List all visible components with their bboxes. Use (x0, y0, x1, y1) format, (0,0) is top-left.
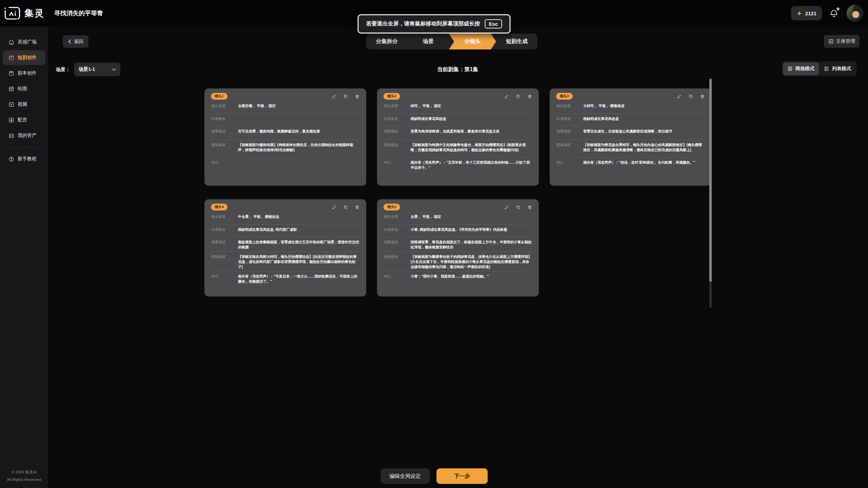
sidebar-item-assets[interactable]: 我的资产 (3, 128, 45, 143)
subject-management-button[interactable]: 主体管理 (824, 35, 860, 48)
sidebar-item-script[interactable]: 剧本创作 (3, 66, 45, 81)
sidebar-item-label: 视频 (18, 101, 27, 107)
sidebar-item-voiceover[interactable]: 配音 (3, 113, 45, 127)
step-generate[interactable]: 短剧生成 (496, 34, 537, 49)
edit-icon[interactable] (332, 205, 336, 209)
copyright: © 2026 集灵AI All Rights Reserved (0, 469, 48, 483)
sidebar-item-video[interactable]: 视频 (3, 97, 45, 112)
step-episode-split[interactable]: 分集拆分 (366, 34, 408, 49)
field-label: 画面描述 (384, 142, 411, 156)
next-step-button[interactable]: 下一步 (436, 468, 488, 484)
copyright-line2: All Rights Reserved (0, 476, 48, 483)
esc-key-badge: Esc (485, 19, 502, 28)
field-frame-description: 画面描述 【首帧画面为整体纯黑】[持续保持全黑状态，先传出混响拉长的瓷器碎裂声，… (211, 140, 360, 158)
step-scene[interactable]: 场景 (408, 34, 449, 49)
delete-icon[interactable] (700, 94, 705, 99)
shot-badge: 镜头5 (383, 204, 400, 210)
copy-icon[interactable] (516, 94, 520, 99)
assets-icon (8, 133, 14, 139)
shot-card-actions (332, 94, 359, 99)
fullscreen-exit-toast: 若要退出全屏，请将鼠标移动到屏幕顶部或长按 Esc (358, 14, 511, 34)
edit-icon[interactable] (505, 205, 509, 209)
field-value: 小青, 残缺明成化青花凤纹盘, 《寻找消失的平等青》作品标题 (411, 227, 533, 235)
step-storyboard[interactable]: 分镜头 (449, 34, 496, 49)
edit-global-settings-button[interactable]: 编辑全局设定 (380, 468, 430, 484)
sidebar-item-label: 绘图 (18, 86, 27, 92)
sidebar-item-drawing[interactable]: 绘图 (3, 81, 45, 96)
shot-grid: 镜头1 镜头设置 全黑空镜， 平视， 固定 出境角色 场景描述 (204, 88, 711, 297)
field-label: 出境角色 (211, 116, 238, 124)
workflow-stepper: 分集拆分 场景 分镜头 短剧生成 (366, 34, 537, 49)
copyright-line1: © 2026 集灵AI (0, 469, 48, 476)
edit-icon[interactable] (332, 94, 336, 99)
sidebar-divider (6, 147, 42, 147)
delete-icon[interactable] (355, 205, 359, 209)
view-mode-toggle: 网格模式 列表模式 (782, 61, 856, 76)
sidebar-item-short-drama[interactable]: 短剧创作 (3, 50, 45, 65)
field-label: 镜头设置 (384, 214, 411, 223)
copy-icon[interactable] (343, 94, 348, 99)
field-value: 全景， 平视， 固定 (411, 214, 533, 223)
chevron-down-icon (112, 68, 116, 71)
sidebar-item-label: 新手教程 (18, 156, 37, 162)
logo-icon (3, 6, 22, 21)
field-dialogue: 对白 小青："我叫小青。我是那道……被遗忘的笔触。" (384, 271, 533, 297)
field-shot-settings: 镜头设置 全黑空镜， 平视， 固定 (211, 101, 360, 114)
field-value: 画外音（苍老男声）："他说，这叫'双钩填色'。先勾轮廓，再填颜色。" (583, 160, 705, 184)
app-logo[interactable]: 集灵 (3, 6, 45, 21)
script-book-icon (8, 70, 14, 76)
delete-icon[interactable] (355, 94, 359, 99)
field-value: 小青："我叫小青。我是那道……被遗忘的笔触。" (411, 274, 533, 295)
sidebar-item-tutorial[interactable]: 新手教程 (3, 151, 45, 166)
field-characters: 出境角色 残缺明成化青花凤纹盘 (384, 114, 533, 126)
bottom-actions: 编辑全局设定 下一步 (380, 468, 488, 484)
field-value: 画外音（苍老男声）："五百年前，有个工匠把我画出来的时候……只给了我半边身子。" (411, 160, 533, 184)
shot-badge: 镜头4 (211, 204, 228, 210)
credits-pill[interactable]: 2121 (791, 6, 822, 20)
field-shot-settings: 镜头设置 全景， 平视， 固定 (384, 212, 533, 225)
field-frame-description: 画面描述 【首帧画面为飘着青色粒子的残缺青花盘，淡青色片名从画面上方缓缓浮现】[… (384, 252, 533, 271)
field-shot-settings: 镜头设置 中全景， 平视， 缓慢拉远 (211, 212, 360, 225)
field-label: 画面描述 (211, 142, 238, 156)
copy-icon[interactable] (343, 205, 348, 209)
field-dialogue: 对白 画外音（苍老男声）："五百年前，有个工匠把我画出来的时候……只给了我半边身… (384, 158, 533, 186)
delete-icon[interactable] (528, 205, 532, 209)
field-value: 全黑空镜， 平视， 固定 (238, 103, 360, 112)
sparkle-icon (796, 11, 802, 16)
scrollbar-thumb[interactable] (709, 79, 712, 282)
field-characters: 出境角色 残缺明成化青花凤纹盘, 明代窑厂虚影 (211, 225, 360, 237)
back-button[interactable]: 返回 (63, 35, 88, 48)
field-label: 场景描述 (384, 129, 411, 138)
shot-card-actions (677, 94, 705, 99)
field-scene-description: 场景描述 背景完全虚化，仅保留盘心凤凰眼部区域清晰，突出细节 (556, 126, 705, 140)
field-characters: 出境角色 小青, 残缺明成化青花凤纹盘, 《寻找消失的平等青》作品标题 (384, 225, 533, 237)
edit-icon[interactable] (505, 94, 509, 99)
notifications-button[interactable] (829, 8, 839, 18)
field-value: 【首帧画面为整体纯黑】[持续保持全黑状态，先传出混响拉长的瓷器碎裂声，碎裂声结束… (238, 142, 360, 156)
field-label: 对白 (384, 274, 411, 295)
field-label: 场景描述 (211, 129, 238, 138)
field-value: 【首帧画面为纯黑中泛起细微青色微光，画面开始缓缓亮起】[画面逐步清晰，完整呈现残… (411, 142, 533, 156)
scene-select[interactable]: 场景1-1 (74, 63, 120, 76)
field-scene-description: 场景描述 无可见场景，整体纯黑，氛围静谧压抑，悬念感拉满 (211, 126, 360, 140)
sidebar-item-label: 剧本创作 (18, 70, 37, 76)
sidebar-item-inspiration[interactable]: 灵感广场 (3, 35, 45, 49)
copy-icon[interactable] (516, 205, 520, 209)
credits-count: 2121 (805, 11, 816, 16)
grid-mode-button[interactable]: 网格模式 (783, 62, 819, 75)
image-icon (8, 86, 14, 92)
scene-label: 场景： (56, 67, 70, 73)
field-label: 场景描述 (556, 129, 583, 138)
shot-badge: 镜头2 (383, 93, 400, 100)
grid-icon (787, 66, 793, 72)
copy-icon[interactable] (689, 94, 693, 99)
list-mode-button[interactable]: 列表模式 (820, 62, 855, 75)
subject-management-label: 主体管理 (836, 38, 855, 44)
field-label: 画面描述 (556, 142, 583, 156)
user-avatar[interactable] (846, 5, 863, 22)
delete-icon[interactable] (528, 94, 532, 99)
field-scene-description: 场景描述 背景为纯净深暗调，光线柔和渐亮，聚焦突出青花盘主体 (384, 126, 533, 140)
field-value: 大特写， 平视， 缓慢推进 (583, 103, 705, 112)
edit-icon[interactable] (677, 94, 682, 99)
app-window: 集灵 寻找消失的平等青 2121 若要退出全屏，请将鼠标移动到屏幕顶部或长按 E… (0, 0, 868, 488)
